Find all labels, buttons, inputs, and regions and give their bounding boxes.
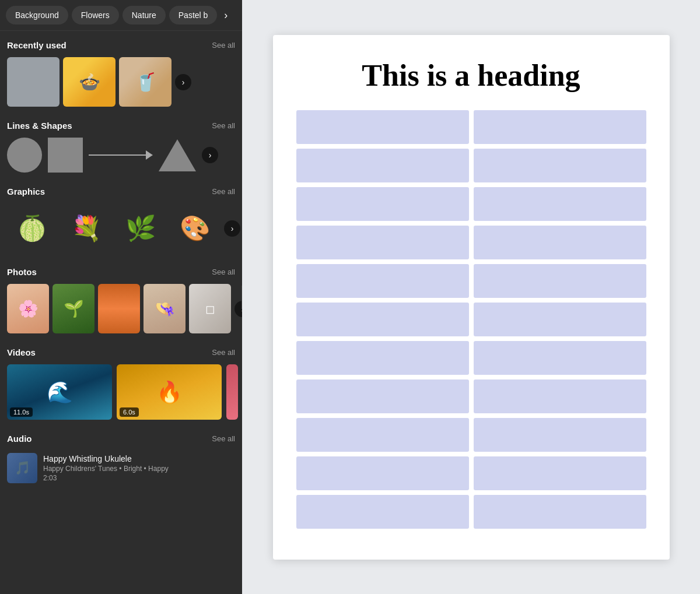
lines-shapes-section: Lines & Shapes See all ›: [0, 111, 242, 177]
videos-section: Videos See all 🌊 11.0s 🔥 6.0s ›: [0, 338, 242, 424]
doc-cell: [474, 456, 646, 490]
tag-pastel[interactable]: Pastel b: [169, 6, 218, 24]
lines-shapes-see-all[interactable]: See all: [212, 121, 235, 130]
doc-cell: [296, 341, 469, 375]
recently-used-row: 🍲 🥤 ›: [7, 57, 235, 107]
doc-cell: [474, 110, 646, 144]
doc-cell: [474, 264, 646, 298]
graphics-section: Graphics See all 🍈 💐 🌿 🎨 ›: [0, 177, 242, 258]
videos-row: 🌊 11.0s 🔥 6.0s ›: [7, 364, 235, 420]
videos-see-all[interactable]: See all: [212, 348, 235, 357]
shape-arrow-line: [89, 154, 146, 156]
recently-used-title: Recently used: [7, 40, 66, 50]
doc-cell: [296, 187, 469, 221]
doc-cell: [474, 303, 646, 336]
doc-cell: [296, 379, 469, 413]
shape-arrow: [89, 150, 153, 160]
tag-flowers[interactable]: Flowers: [72, 6, 119, 24]
shapes-scroll-right[interactable]: ›: [202, 147, 218, 163]
doc-cell: [296, 264, 469, 298]
doc-cell: [474, 341, 646, 375]
left-panel: Background Flowers Nature Pastel b › Rec…: [0, 0, 242, 594]
photo-flower[interactable]: 🌸: [7, 284, 49, 333]
canvas-area: This is a heading: [242, 0, 700, 594]
audio-item[interactable]: 🎵 Happy Whistling Ukulele Happy Children…: [7, 451, 235, 486]
graphics-see-all[interactable]: See all: [212, 187, 235, 196]
audio-header: Audio See all: [7, 434, 235, 444]
recently-thumb-blank[interactable]: [7, 57, 60, 107]
shape-arrow-head: [146, 150, 153, 160]
tag-nature[interactable]: Nature: [123, 6, 166, 24]
shape-rect-item[interactable]: [48, 138, 83, 173]
audio-title: Audio: [7, 434, 32, 444]
photo-orange-sky[interactable]: [98, 284, 140, 333]
photo-abstract[interactable]: ◻: [189, 284, 231, 333]
recently-used-header: Recently used See all: [7, 40, 235, 50]
graphic-papaya[interactable]: 🍈: [7, 203, 57, 253]
graphic-leaf[interactable]: 🌿: [116, 203, 165, 253]
doc-cell: [296, 418, 469, 452]
video-partial[interactable]: [226, 364, 238, 420]
tag-more-button[interactable]: ›: [220, 7, 231, 24]
videos-title: Videos: [7, 347, 36, 357]
shape-circle-item[interactable]: [7, 138, 42, 173]
shape-triangle: [159, 139, 196, 171]
photos-see-all[interactable]: See all: [212, 268, 235, 276]
doc-cell: [296, 110, 469, 144]
doc-cell: [474, 418, 646, 452]
audio-thumb: 🎵: [7, 453, 37, 483]
doc-cell: [474, 495, 646, 529]
tag-bar: Background Flowers Nature Pastel b ›: [0, 0, 242, 31]
photo-person[interactable]: 👒: [144, 284, 186, 333]
recently-thumb-food1[interactable]: 🍲: [63, 57, 116, 107]
doc-cell: [474, 379, 646, 413]
shape-rect: [48, 138, 83, 173]
photos-section: Photos See all 🌸 🌱 👒 ◻ ›: [0, 258, 242, 338]
photos-row: 🌸 🌱 👒 ◻ ›: [7, 284, 235, 333]
recently-used-section: Recently used See all 🍲 🥤 ›: [0, 31, 242, 111]
doc-cell: [474, 149, 646, 182]
tag-background[interactable]: Background: [6, 6, 68, 24]
photo-nature[interactable]: 🌱: [52, 284, 94, 333]
audio-section: Audio See all 🎵 Happy Whistling Ukulele …: [0, 424, 242, 490]
graphic-colorful[interactable]: 🎨: [170, 203, 219, 253]
graphics-header: Graphics See all: [7, 187, 235, 196]
doc-cell: [474, 187, 646, 221]
audio-see-all[interactable]: See all: [212, 434, 235, 443]
shape-circle: [7, 138, 42, 173]
graphics-scroll-right[interactable]: ›: [224, 220, 240, 237]
panel-collapse-handle[interactable]: ‹: [242, 286, 242, 309]
doc-cell: [296, 495, 469, 529]
audio-item-title: Happy Whistling Ukulele: [43, 454, 235, 463]
doc-cell: [296, 149, 469, 182]
lines-shapes-title: Lines & Shapes: [7, 121, 72, 131]
recently-used-see-all[interactable]: See all: [212, 41, 235, 50]
doc-grid: [296, 110, 646, 529]
graphics-title: Graphics: [7, 187, 45, 196]
doc-cell: [296, 456, 469, 490]
photos-title: Photos: [7, 267, 37, 277]
recently-scroll-right[interactable]: ›: [175, 74, 191, 90]
doc-cell: [296, 303, 469, 336]
shape-triangle-item[interactable]: [159, 139, 196, 171]
graphics-row: 🍈 💐 🌿 🎨 ›: [7, 203, 235, 253]
canvas-document: This is a heading: [273, 35, 670, 560]
shapes-row: ›: [7, 138, 235, 173]
video-ocean-duration: 11.0s: [10, 407, 33, 417]
videos-header: Videos See all: [7, 347, 235, 357]
recently-thumb-food2[interactable]: 🥤: [119, 57, 172, 107]
photos-header: Photos See all: [7, 267, 235, 277]
doc-heading: This is a heading: [296, 58, 646, 93]
audio-info: Happy Whistling Ukulele Happy Childrens'…: [43, 454, 235, 482]
lines-shapes-header: Lines & Shapes See all: [7, 121, 235, 131]
doc-cell: [474, 226, 646, 259]
shape-arrow-item[interactable]: [89, 150, 153, 160]
audio-item-meta: Happy Childrens' Tunes • Bright • Happy: [43, 465, 235, 473]
video-fire[interactable]: 🔥 6.0s: [117, 364, 222, 420]
graphic-flowers[interactable]: 💐: [61, 203, 111, 253]
video-fire-duration: 6.0s: [120, 407, 139, 417]
doc-cell: [296, 226, 469, 259]
audio-item-duration: 2:03: [43, 474, 235, 482]
video-ocean[interactable]: 🌊 11.0s: [7, 364, 112, 420]
